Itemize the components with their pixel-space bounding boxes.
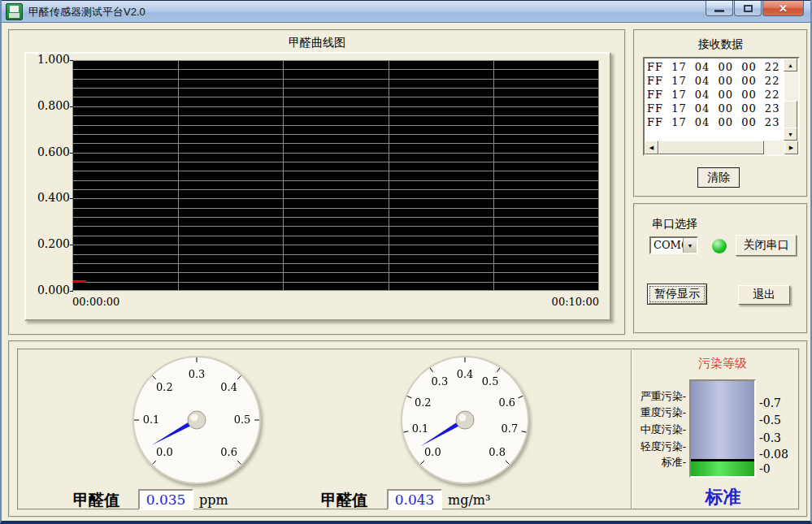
clear-button[interactable]: 清除 xyxy=(697,167,740,188)
window-controls: ✕ xyxy=(706,1,805,16)
gauge-ppm: 0.00.10.20.30.40.50.6 xyxy=(128,351,266,489)
scroll-down-button[interactable]: ▼ xyxy=(784,128,797,141)
hex-row[interactable]: FF 17 04 00 00 22 13 88 xyxy=(647,88,784,102)
minimize-button[interactable] xyxy=(706,1,733,16)
receive-listbox[interactable]: FF 17 04 00 00 22 13 88FF 17 04 00 00 22… xyxy=(643,57,800,156)
pollution-level-label: 中度污染- xyxy=(629,422,686,437)
value-caption-ppm: 甲醛值 xyxy=(73,490,119,511)
receive-rows: FF 17 04 00 00 22 13 88FF 17 04 00 00 22… xyxy=(645,58,784,141)
pollution-title: 污染等级 xyxy=(678,356,767,371)
serial-port-label: 串口选择 xyxy=(652,217,697,232)
svg-text:0.3: 0.3 xyxy=(432,375,449,388)
receive-title: 接收数据 xyxy=(633,37,808,52)
maximize-button[interactable] xyxy=(734,1,762,16)
app-icon xyxy=(6,3,23,20)
hex-row[interactable]: FF 17 04 00 00 22 13 88 xyxy=(647,60,784,74)
svg-text:0.6: 0.6 xyxy=(220,446,237,458)
y-axis: 1.0000.8000.6000.4000.2000.000 xyxy=(20,60,70,296)
svg-text:0.8: 0.8 xyxy=(489,446,506,458)
svg-text:0.0: 0.0 xyxy=(156,446,173,458)
y-tick-label: 0.000 xyxy=(20,284,70,297)
svg-text:0.4: 0.4 xyxy=(220,381,237,393)
svg-text:0.0: 0.0 xyxy=(424,446,441,458)
svg-text:0.3: 0.3 xyxy=(189,368,206,380)
hex-row[interactable]: FF 17 04 00 00 22 13 88 xyxy=(647,74,784,88)
pollution-bar-fill xyxy=(691,381,754,459)
pause-display-button[interactable]: 暂停显示 xyxy=(647,284,707,305)
pollution-scale-label: -0.3 xyxy=(759,431,781,444)
horizontal-scroll-thumb[interactable] xyxy=(658,141,764,154)
minimize-icon xyxy=(714,10,724,12)
unit-mgm3: mg/m³ xyxy=(448,492,490,508)
vertical-scrollbar[interactable]: ▲ ▼ xyxy=(784,58,798,141)
chevron-down-icon[interactable]: ▼ xyxy=(683,238,697,253)
pollution-scale-label: -0 xyxy=(759,462,771,475)
pollution-status: 标准 xyxy=(684,485,762,509)
value-display-ppm: 0.035 xyxy=(138,489,193,510)
svg-text:0.5: 0.5 xyxy=(234,414,251,426)
svg-text:0.6: 0.6 xyxy=(498,396,515,409)
chart-trace xyxy=(73,280,86,283)
pollution-bar-green xyxy=(691,461,754,476)
app-window: 甲醛传感器测试平台V2.0 ✕ 甲醛曲线图 1.0000.8000.6000.4… xyxy=(0,0,812,524)
chart-title: 甲醛曲线图 xyxy=(8,36,626,50)
pollution-scale-label: -0.7 xyxy=(759,396,781,409)
pollution-level-label: 标准- xyxy=(629,455,686,470)
x-tick-end: 00:10:00 xyxy=(522,296,599,308)
y-tick-label: 0.200 xyxy=(20,237,70,250)
pollution-level-label: 轻度污染- xyxy=(629,440,686,454)
scroll-right-button[interactable]: ▶ xyxy=(784,141,798,154)
svg-text:0.4: 0.4 xyxy=(457,368,474,380)
value-caption-mgm3: 甲醛值 xyxy=(321,490,367,511)
pollution-level-label: 重度污染- xyxy=(629,405,686,420)
pollution-level-labels: 严重污染-重度污染-中度污染-轻度污染-标准- xyxy=(629,386,688,475)
serial-status-led-icon xyxy=(712,239,727,253)
gauge-mgm3: 0.00.10.20.30.40.50.60.70.8 xyxy=(396,351,534,489)
svg-text:0.2: 0.2 xyxy=(415,396,432,409)
window-title: 甲醛传感器测试平台V2.0 xyxy=(28,1,145,23)
scroll-up-button[interactable]: ▲ xyxy=(784,58,797,71)
close-icon: ✕ xyxy=(779,2,788,15)
svg-text:0.7: 0.7 xyxy=(502,422,519,435)
svg-text:0.1: 0.1 xyxy=(143,414,160,426)
hex-row[interactable]: FF 17 04 00 00 23 13 88 xyxy=(647,102,784,115)
pollution-scale-label: -0.5 xyxy=(759,414,781,427)
svg-text:0.5: 0.5 xyxy=(482,375,499,388)
x-tick-start: 00:00:00 xyxy=(72,296,119,308)
maximize-icon xyxy=(744,5,753,12)
svg-text:0.1: 0.1 xyxy=(412,422,429,435)
pollution-scale-label: -0.08 xyxy=(759,448,788,461)
close-serial-button[interactable]: 关闭串口 xyxy=(736,235,797,256)
svg-text:0.2: 0.2 xyxy=(156,381,173,393)
com-port-select[interactable]: COM6 ▼ xyxy=(649,236,698,254)
horizontal-scrollbar[interactable]: ◀ ▶ xyxy=(645,141,798,154)
value-display-mgm3: 0.043 xyxy=(387,489,442,510)
exit-button[interactable]: 退出 xyxy=(738,285,790,305)
unit-ppm: ppm xyxy=(199,492,228,508)
y-tick-label: 0.800 xyxy=(20,99,70,112)
pollution-bar xyxy=(689,379,756,478)
scroll-left-button[interactable]: ◀ xyxy=(645,141,658,154)
pollution-level-label: 严重污染- xyxy=(629,389,686,404)
y-tick-label: 1.000 xyxy=(20,53,70,66)
pollution-scale-labels: -0.7-0.5-0.3-0.08-0 xyxy=(759,394,810,479)
close-button[interactable]: ✕ xyxy=(762,1,804,16)
hex-row[interactable]: FF 17 04 00 00 23 13 88 xyxy=(647,115,784,129)
chart-plot-area xyxy=(72,60,599,291)
y-tick-label: 0.400 xyxy=(20,191,70,204)
titlebar[interactable]: 甲醛传感器测试平台V2.0 ✕ xyxy=(2,0,810,23)
y-tick-label: 0.600 xyxy=(20,145,70,158)
